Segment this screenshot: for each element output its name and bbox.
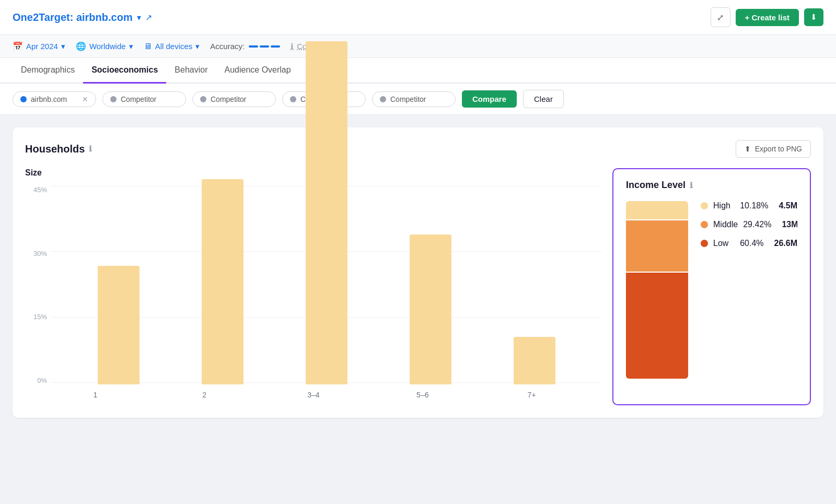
accuracy-dash-2 [260, 45, 269, 48]
date-chevron-icon: ▾ [61, 42, 65, 51]
y-label-30: 30% [33, 250, 47, 257]
bars-container [51, 186, 602, 384]
legend-label-middle: Middle [713, 220, 738, 229]
bar-2 [202, 179, 243, 384]
accuracy-dash-1 [249, 45, 258, 48]
tab-behavior[interactable]: Behavior [166, 58, 216, 84]
device-filter-label: All devices [155, 42, 193, 51]
external-link-icon[interactable]: ↗ [145, 13, 152, 22]
income-legend: High 10.18% 4.5M Middle 29.42% 13M [701, 201, 797, 257]
legend-count-low: 26.6M [774, 239, 797, 248]
competitor-dot-1 [110, 96, 117, 102]
device-filter[interactable]: 🖥 All devices ▾ [144, 42, 200, 51]
legend-pct-middle: 29.42% [743, 220, 771, 229]
section-title: Households ℹ [25, 143, 92, 155]
competitor-label-2: Competitor [211, 95, 246, 103]
clear-button[interactable]: Clear [523, 90, 564, 108]
bar-group-56 [410, 235, 451, 384]
date-filter[interactable]: 📅 Apr 2024 ▾ [13, 41, 65, 51]
y-label-15: 15% [33, 313, 47, 321]
device-chevron-icon: ▾ [195, 42, 200, 51]
income-title: Income Level ℹ [626, 180, 797, 191]
section-title-text: Households [25, 143, 85, 155]
top-bar-left: One2Target: airbnb.com ▾ ↗ [13, 11, 152, 24]
legend-label-high: High [713, 201, 735, 210]
legend-row-low: Low 60.4% 26.6M [701, 239, 797, 248]
income-segment-high [626, 201, 688, 219]
x-label-7plus: 7+ [511, 391, 553, 399]
main-site-pill[interactable]: airbnb.com ✕ [13, 91, 96, 107]
legend-pct-low: 60.4% [740, 239, 763, 248]
legend-dot-middle [701, 221, 708, 228]
info-icon-company: ℹ [291, 42, 294, 51]
compare-bar: airbnb.com ✕ Competitor Competitor Compe… [0, 84, 836, 115]
legend-count-high: 4.5M [779, 201, 797, 210]
competitor-pill-4[interactable]: Competitor [372, 91, 456, 107]
legend-label-low: Low [713, 239, 735, 248]
accuracy-dashes [249, 45, 280, 48]
download-button[interactable]: ⬇ [804, 8, 823, 26]
calendar-icon: 📅 [13, 41, 23, 51]
region-filter-label: Worldwide [89, 42, 126, 51]
y-label-0: 0% [37, 377, 47, 384]
export-label: Export to PNG [755, 145, 802, 153]
legend-dot-low [701, 240, 708, 247]
section-info-icon[interactable]: ℹ [89, 144, 92, 154]
export-icon: ⬆ [745, 145, 751, 153]
app-title: One2Target: airbnb.com [13, 11, 133, 24]
x-label-56: 5–6 [402, 391, 444, 399]
main-site-close-icon[interactable]: ✕ [82, 95, 88, 103]
income-content: High 10.18% 4.5M Middle 29.42% 13M [626, 201, 797, 379]
main-site-dot [20, 96, 27, 102]
legend-dot-high [701, 202, 708, 209]
tab-socioeconomics[interactable]: Socioeconomics [83, 58, 166, 84]
income-segment-low [626, 272, 688, 379]
region-chevron-icon: ▾ [129, 42, 133, 51]
competitor-pill-1[interactable]: Competitor [102, 91, 186, 107]
x-label-1: 1 [74, 391, 116, 399]
legend-row-high: High 10.18% 4.5M [701, 201, 797, 210]
competitor-dot-2 [200, 96, 206, 102]
income-info-icon[interactable]: ℹ [690, 181, 693, 190]
y-axis: 45% 30% 15% 0% [25, 186, 51, 384]
income-title-text: Income Level [626, 180, 686, 191]
compare-button[interactable]: Compare [462, 90, 517, 108]
tab-audience-overlap[interactable]: Audience Overlap [216, 58, 299, 84]
domain-name[interactable]: airbnb.com [76, 11, 133, 23]
tabs-bar: Demographics Socioeconomics Behavior Aud… [0, 58, 836, 84]
date-filter-label: Apr 2024 [26, 42, 58, 51]
competitor-dot-4 [380, 96, 386, 102]
top-bar: One2Target: airbnb.com ▾ ↗ ⤢ + Create li… [0, 0, 836, 35]
competitor-label-1: Competitor [121, 95, 156, 103]
x-labels: 1 2 3–4 5–6 7+ [25, 384, 602, 405]
device-icon: 🖥 [144, 42, 152, 51]
legend-row-middle: Middle 29.42% 13M [701, 220, 797, 229]
bar-1 [98, 266, 140, 384]
bar-group-2 [202, 179, 243, 384]
region-filter[interactable]: 🌐 Worldwide ▾ [76, 41, 133, 51]
income-stacked-bar [626, 201, 688, 379]
bar-group-1 [98, 266, 140, 384]
expand-button[interactable]: ⤢ [711, 7, 730, 27]
legend-pct-high: 10.18% [740, 201, 768, 210]
bar-chart-area: Size 45% 30% 15% 0% [25, 168, 602, 405]
brand-name: One2Target: [13, 11, 73, 23]
charts-row: Size 45% 30% 15% 0% [25, 168, 811, 405]
competitor-pill-2[interactable]: Competitor [192, 91, 276, 107]
legend-count-middle: 13M [782, 220, 797, 229]
domain-chevron-icon[interactable]: ▾ [137, 13, 141, 22]
tab-demographics[interactable]: Demographics [13, 58, 83, 84]
filters-bar: 📅 Apr 2024 ▾ 🌐 Worldwide ▾ 🖥 All devices… [0, 35, 836, 58]
y-label-45: 45% [33, 186, 47, 194]
bar-7plus [514, 337, 555, 384]
income-segment-middle [626, 219, 688, 272]
create-list-button[interactable]: + Create list [736, 9, 799, 26]
chart-body [51, 186, 602, 384]
competitor-label-4: Competitor [390, 95, 426, 103]
competitor-dot-3 [290, 96, 296, 102]
bar-34 [306, 41, 347, 384]
x-label-34: 3–4 [293, 391, 334, 399]
accuracy-dash-3 [271, 45, 280, 48]
accuracy-label: Accuracy: [210, 42, 245, 51]
export-png-button[interactable]: ⬆ Export to PNG [736, 140, 811, 158]
